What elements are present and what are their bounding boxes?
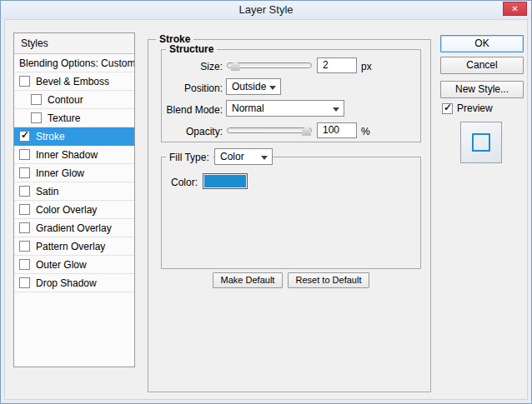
styles-list-header: Styles: [14, 33, 134, 54]
position-value: Outside: [232, 81, 266, 92]
style-label: Satin: [36, 186, 58, 197]
style-label: Drop Shadow: [36, 277, 97, 289]
make-default-button[interactable]: Make Default: [213, 272, 283, 288]
style-checkbox[interactable]: [19, 222, 30, 233]
new-style-button[interactable]: New Style...: [440, 81, 524, 98]
style-checkbox[interactable]: [31, 94, 42, 105]
blend-mode-dropdown[interactable]: Normal: [226, 100, 344, 117]
style-checkbox[interactable]: [19, 149, 30, 160]
close-icon: ✕: [511, 4, 518, 13]
layer-style-dialog: Layer Style ✕ Styles Blending Options: C…: [0, 0, 532, 404]
style-label: Texture: [48, 112, 80, 124]
style-checkbox[interactable]: [19, 76, 30, 87]
fill-type-group: [161, 157, 421, 269]
title-bar[interactable]: Layer Style: [1, 1, 531, 19]
style-list-item[interactable]: Inner Glow: [14, 164, 134, 182]
close-button[interactable]: ✕: [503, 2, 527, 16]
style-label: Stroke: [36, 131, 65, 142]
style-label: Inner Shadow: [36, 149, 98, 161]
fill-type-value: Color: [220, 151, 244, 162]
reset-to-default-button[interactable]: Reset to Default: [288, 272, 369, 288]
opacity-slider[interactable]: [227, 127, 312, 133]
fill-type-dropdown[interactable]: Color: [214, 148, 273, 165]
style-list-item[interactable]: Outer Glow: [14, 256, 134, 274]
style-list-item[interactable]: Contour: [14, 91, 134, 109]
blend-mode-value: Normal: [232, 102, 264, 114]
size-label: Size:: [151, 61, 223, 72]
stroke-color-swatch[interactable]: [203, 173, 248, 189]
size-input[interactable]: 2: [317, 57, 357, 73]
style-label: Inner Glow: [36, 167, 84, 179]
style-checkbox[interactable]: [19, 167, 30, 178]
style-checkbox[interactable]: [19, 277, 30, 288]
size-slider[interactable]: [227, 62, 312, 68]
style-list-item[interactable]: Pattern Overlay: [14, 237, 134, 256]
preview-option: Preview: [442, 102, 493, 114]
style-list-item[interactable]: Blending Options: Custom: [14, 54, 134, 72]
preview-checkbox[interactable]: [442, 103, 453, 114]
style-list-item[interactable]: Gradient Overlay: [14, 219, 134, 237]
cancel-button[interactable]: Cancel: [440, 57, 524, 74]
style-label: Outer Glow: [36, 259, 87, 271]
opacity-slider-thumb[interactable]: [302, 126, 311, 136]
blend-mode-label: Blend Mode:: [151, 104, 223, 116]
structure-group-title: Structure: [166, 43, 217, 55]
style-label: Blending Options: Custom: [19, 57, 135, 69]
style-list-item[interactable]: Satin: [14, 182, 134, 201]
opacity-unit: %: [361, 126, 370, 137]
style-checkbox[interactable]: [19, 186, 30, 197]
color-label: Color:: [164, 177, 198, 188]
style-list-item[interactable]: Bevel & Emboss: [14, 72, 134, 91]
style-list-item[interactable]: Texture: [14, 109, 134, 127]
style-label: Gradient Overlay: [36, 222, 112, 234]
style-list-item[interactable]: Inner Shadow: [14, 146, 134, 164]
position-label: Position:: [151, 82, 223, 94]
style-checkbox[interactable]: [19, 241, 30, 252]
style-label: Color Overlay: [36, 204, 97, 216]
opacity-label: Opacity:: [151, 126, 223, 137]
style-checkbox[interactable]: [19, 131, 30, 142]
style-checkbox[interactable]: [19, 204, 30, 215]
style-list-item[interactable]: Color Overlay: [14, 201, 134, 219]
preview-thumbnail-stroke: [472, 133, 490, 152]
size-unit: px: [361, 61, 372, 72]
preview-checkbox-label: Preview: [457, 102, 493, 114]
style-list-item[interactable]: Drop Shadow: [14, 274, 134, 292]
size-slider-thumb[interactable]: [231, 61, 240, 71]
style-label: Bevel & Emboss: [36, 76, 109, 87]
style-checkbox[interactable]: [19, 259, 30, 270]
style-checkbox[interactable]: [31, 112, 42, 123]
ok-button[interactable]: OK: [440, 35, 524, 52]
fill-type-label: Fill Type:: [166, 152, 213, 163]
style-label: Pattern Overlay: [36, 241, 105, 252]
style-label: Contour: [48, 94, 83, 106]
opacity-input[interactable]: 100: [317, 122, 357, 138]
preview-thumbnail: [460, 122, 502, 163]
window-title: Layer Style: [238, 3, 293, 16]
style-list-item[interactable]: Stroke: [14, 127, 134, 146]
styles-list: Styles Blending Options: Custom Bevel & …: [13, 32, 135, 367]
position-dropdown[interactable]: Outside: [226, 78, 281, 95]
